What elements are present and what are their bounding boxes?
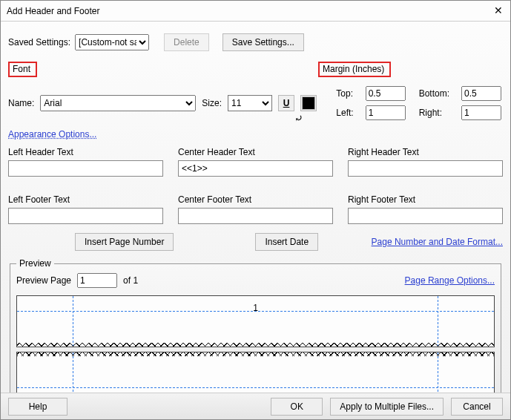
close-icon[interactable]: ✕ xyxy=(492,5,504,17)
margin-panel: Top: Bottom: Left: Right: xyxy=(336,86,503,120)
insert-row: Insert Page Number Insert Date Page Numb… xyxy=(8,233,503,251)
right-footer-label: Right Footer Text xyxy=(348,194,503,205)
preview-fieldset: Preview Preview Page of 1 Page Range Opt… xyxy=(10,258,501,412)
cancel-button[interactable]: Cancel xyxy=(451,398,503,416)
preview-page-input[interactable] xyxy=(77,273,117,288)
margin-left-label: Left: xyxy=(336,108,353,118)
margin-section-header: Margin (Inches) xyxy=(318,62,391,77)
preview-controls: Preview Page of 1 Page Range Options... xyxy=(16,273,495,288)
font-name-select[interactable]: Arial xyxy=(40,95,196,111)
title-bar: Add Header and Footer ✕ xyxy=(1,1,510,22)
preview-page-top: 1 xyxy=(16,295,495,347)
center-footer-label: Center Footer Text xyxy=(178,194,333,205)
saved-settings-label: Saved Settings: xyxy=(8,37,70,47)
apply-multiple-files-button[interactable]: Apply to Multiple Files... xyxy=(330,398,444,416)
bottom-bar: Help OK Apply to Multiple Files... Cance… xyxy=(1,393,510,419)
underline-button[interactable]: U xyxy=(278,95,294,111)
left-footer-input[interactable] xyxy=(8,208,163,224)
ok-button[interactable]: OK xyxy=(271,398,323,416)
underline-icon: U xyxy=(283,98,290,108)
preview-of-label: of 1 xyxy=(123,275,138,286)
margin-bottom-label: Bottom: xyxy=(419,88,449,99)
font-size-label: Size: xyxy=(202,98,222,108)
font-name-label: Name: xyxy=(8,98,34,108)
center-header-input[interactable] xyxy=(178,160,333,177)
appearance-options-link[interactable]: Appearance Options... xyxy=(8,129,96,140)
left-header-label: Left Header Text xyxy=(8,147,163,157)
center-header-label: Center Header Text xyxy=(178,147,333,157)
right-header-input[interactable] xyxy=(348,160,503,177)
margin-left-input[interactable] xyxy=(366,105,406,120)
saved-settings-row: Saved Settings: [Custom-not saved] Delet… xyxy=(8,33,503,51)
preview-page-label: Preview Page xyxy=(16,275,71,286)
preview-pane: 1 xyxy=(16,295,495,404)
save-settings-button[interactable]: Save Settings... xyxy=(222,33,304,51)
center-footer-input[interactable] xyxy=(178,208,333,224)
page-range-options-link[interactable]: Page Range Options... xyxy=(405,275,495,286)
left-footer-label: Left Footer Text xyxy=(8,194,163,205)
margin-right-label: Right: xyxy=(419,108,449,118)
preview-center-header-number: 1 xyxy=(17,303,494,313)
help-button[interactable]: Help xyxy=(8,398,67,416)
right-footer-input[interactable] xyxy=(348,208,503,224)
margin-top-input[interactable] xyxy=(366,86,406,101)
dialog-body: Saved Settings: [Custom-not saved] Delet… xyxy=(1,22,510,419)
color-button[interactable] xyxy=(300,95,317,111)
appearance-row: Appearance Options... xyxy=(8,129,503,140)
margin-bottom-input[interactable] xyxy=(461,86,501,101)
page-number-date-format-link[interactable]: Page Number and Date Format... xyxy=(372,237,503,247)
margin-right-input[interactable] xyxy=(461,105,501,120)
dialog-add-header-footer: Add Header and Footer ✕ Saved Settings: … xyxy=(0,0,511,420)
font-section-header: Font xyxy=(8,62,37,77)
section-headers: Font Margin (Inches) xyxy=(8,62,503,77)
font-size-select[interactable]: 11 xyxy=(228,95,272,111)
delete-button: Delete xyxy=(164,33,209,51)
font-row: Name: Arial Size: 11 U Top: Bottom: xyxy=(8,86,503,120)
header-fields: Left Header Text Center Header Text Righ… xyxy=(8,144,503,224)
saved-settings-select[interactable]: [Custom-not saved] xyxy=(75,34,149,50)
insert-date-button[interactable]: Insert Date xyxy=(255,233,318,251)
insert-page-number-button[interactable]: Insert Page Number xyxy=(75,233,174,251)
right-header-label: Right Header Text xyxy=(348,147,503,157)
preview-legend: Preview xyxy=(16,258,54,269)
color-swatch-icon xyxy=(302,96,315,110)
window-title: Add Header and Footer xyxy=(7,6,492,16)
left-header-input[interactable] xyxy=(8,160,163,177)
margin-top-label: Top: xyxy=(336,88,353,99)
